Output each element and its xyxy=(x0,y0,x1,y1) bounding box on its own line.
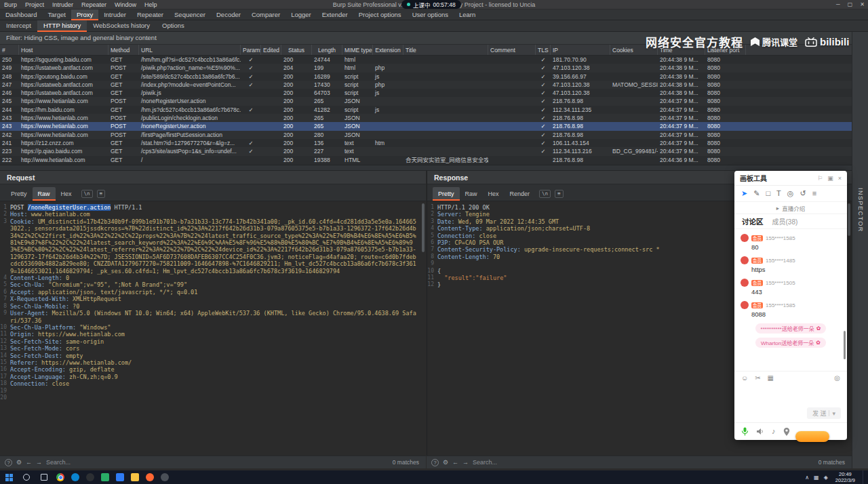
maximize-icon[interactable]: ▢ xyxy=(848,0,853,9)
more-tools-icon[interactable]: ≡ xyxy=(812,190,816,197)
next-match-icon[interactable]: → xyxy=(36,456,42,469)
sub-tab-options[interactable]: Options xyxy=(156,20,191,32)
response-tab-raw[interactable]: Raw xyxy=(460,187,483,201)
gear-icon[interactable]: ⚙ xyxy=(16,456,22,469)
main-tab-comparer[interactable]: Comparer xyxy=(246,9,285,20)
chat-list[interactable]: 会员155****158580会员155****1485https会员155**… xyxy=(734,229,847,371)
response-tab-pretty[interactable]: Pretty xyxy=(433,187,460,201)
help-icon[interactable]: ? xyxy=(431,459,439,466)
history-row[interactable]: 245https://www.hetianlab.comPOST/noneReg… xyxy=(0,97,852,105)
cut-icon[interactable]: ✂ xyxy=(755,375,760,382)
column-header-ip[interactable]: IP xyxy=(551,45,610,55)
column-header-url[interactable]: URL xyxy=(139,45,241,55)
pen-tool-icon[interactable]: ✎ xyxy=(753,190,760,197)
horizontal-splitter[interactable] xyxy=(0,165,852,171)
request-tab-hex[interactable]: Hex xyxy=(56,187,77,201)
chat-input[interactable] xyxy=(734,384,847,407)
music-icon[interactable]: ♪ xyxy=(772,428,776,435)
column-header-item[interactable]: # xyxy=(0,45,19,55)
request-tab-pretty[interactable]: Pretty xyxy=(5,187,33,201)
history-row[interactable]: 243https://www.hetianlab.comPOST/publicL… xyxy=(0,114,852,122)
search-input[interactable]: Search... xyxy=(46,459,389,466)
column-header-title[interactable]: Title xyxy=(403,45,488,55)
main-tab-intruder[interactable]: Intruder xyxy=(98,9,132,20)
task-view-button[interactable] xyxy=(35,470,53,484)
response-scrollbar[interactable] xyxy=(847,203,851,447)
inspector-collapsed-panel[interactable]: INSPECTOR xyxy=(852,32,868,468)
help-icon[interactable]: ? xyxy=(5,459,12,466)
history-row[interactable]: 248https://goutong.baidu.comGET/site/589… xyxy=(0,73,852,81)
column-header-extension[interactable]: Extension xyxy=(373,45,403,55)
pin-icon[interactable]: ⚐ xyxy=(817,175,823,182)
next-match-icon[interactable]: → xyxy=(462,456,469,469)
request-tab-raw[interactable]: Raw xyxy=(33,187,56,201)
menu-help[interactable]: Help xyxy=(140,0,161,9)
close-icon[interactable]: × xyxy=(838,175,842,182)
main-tab-repeater[interactable]: Repeater xyxy=(132,9,169,20)
main-tab-decoder[interactable]: Decoder xyxy=(211,9,246,20)
history-row[interactable]: 243https://www.hetianlab.comPOST/noneReg… xyxy=(0,122,852,130)
chat-tab-成员-38[interactable]: 成员(38) xyxy=(772,216,798,226)
menu-burp[interactable]: Burp xyxy=(0,0,21,9)
edge-icon[interactable] xyxy=(68,470,83,484)
column-header-params[interactable]: Params xyxy=(241,45,261,55)
tray-icon-2[interactable]: ◈ xyxy=(824,475,828,481)
prev-match-icon[interactable]: ← xyxy=(452,456,458,469)
gift-button[interactable] xyxy=(795,431,829,442)
stream-intro-row[interactable]: ▸ 直播介绍 xyxy=(734,202,847,214)
history-row[interactable]: 222http://www.hetianlab.comGET/20019388H… xyxy=(0,156,852,164)
location-icon[interactable] xyxy=(783,428,790,436)
history-row[interactable]: 242https://www.hetianlab.comPOST/firstPa… xyxy=(0,131,852,139)
column-header-mime-type[interactable]: MIME type xyxy=(342,45,373,55)
sub-tab-http-history[interactable]: HTTP history xyxy=(37,20,87,32)
ketang-icon[interactable] xyxy=(113,470,127,484)
chat-tab-讨论区[interactable]: 讨论区 xyxy=(742,216,764,226)
column-header-method[interactable]: Method xyxy=(108,45,139,55)
undo-icon[interactable]: ↺ xyxy=(800,190,806,197)
main-tab-dashboard[interactable]: Dashboard xyxy=(0,9,42,20)
obs-icon[interactable] xyxy=(157,470,172,484)
column-header-comment[interactable]: Comment xyxy=(488,45,536,55)
response-scrollbar-thumb[interactable] xyxy=(848,203,850,236)
column-header-status[interactable]: Status xyxy=(281,45,312,55)
popout-icon[interactable]: ▣ xyxy=(827,175,833,182)
search-button[interactable] xyxy=(18,470,35,484)
response-menu-icon[interactable]: ≡ xyxy=(555,190,564,198)
search-input[interactable]: Search... xyxy=(473,459,814,466)
column-header-tls[interactable]: TLS xyxy=(536,45,551,55)
sub-tab-websockets-history[interactable]: WebSockets history xyxy=(87,20,156,32)
start-button[interactable] xyxy=(0,470,18,484)
main-tab-learn[interactable]: Learn xyxy=(454,9,481,20)
column-header-host[interactable]: Host xyxy=(19,45,108,55)
chat-scrollbar[interactable] xyxy=(844,331,846,359)
history-row[interactable]: 223https://p.qiao.baidu.comGET/cps3/site… xyxy=(0,147,852,155)
laser-tool-icon[interactable]: ◎ xyxy=(787,190,794,197)
prev-match-icon[interactable]: ← xyxy=(26,456,32,469)
history-row[interactable]: 241https://z12.cnzz.comGET/stat.htm?id=1… xyxy=(0,139,852,147)
main-tab-logger[interactable]: Logger xyxy=(285,9,317,20)
request-editor[interactable]: 1POST /noneRegisterUser.action HTTP/1.12… xyxy=(0,202,426,456)
history-row[interactable]: 249https://ustatweb.antfact.comPOST/piwi… xyxy=(0,64,852,72)
main-tab-project-options[interactable]: Project options xyxy=(353,9,407,20)
menu-window[interactable]: Window xyxy=(111,0,140,9)
menu-project[interactable]: Project xyxy=(21,0,48,9)
request-menu-icon[interactable]: ≡ xyxy=(97,190,106,198)
show-desktop-button[interactable] xyxy=(863,470,866,484)
main-tab-user-options[interactable]: User options xyxy=(407,9,454,20)
minimize-icon[interactable]: ─ xyxy=(836,0,840,9)
column-header-edited[interactable]: Edited xyxy=(261,45,281,55)
request-wrap-icon[interactable]: \n xyxy=(81,190,93,198)
emoji-icon[interactable]: ☺ xyxy=(741,375,748,382)
history-row[interactable]: 247https://ustatweb.antfact.comGET/index… xyxy=(0,81,852,89)
text-tool-icon[interactable]: T xyxy=(776,190,781,197)
qq-icon[interactable] xyxy=(83,470,98,484)
chrome-icon[interactable] xyxy=(53,470,68,484)
main-tab-extender[interactable]: Extender xyxy=(317,9,353,20)
response-tab-render[interactable]: Render xyxy=(505,187,536,201)
column-header-length[interactable]: Length xyxy=(312,45,342,55)
response-tab-hex[interactable]: Hex xyxy=(483,187,505,201)
request-scrollbar[interactable] xyxy=(421,203,425,447)
burp-icon[interactable] xyxy=(142,470,157,484)
shape-tool-icon[interactable]: □ xyxy=(766,190,770,197)
close-icon[interactable]: ✕ xyxy=(860,0,865,9)
